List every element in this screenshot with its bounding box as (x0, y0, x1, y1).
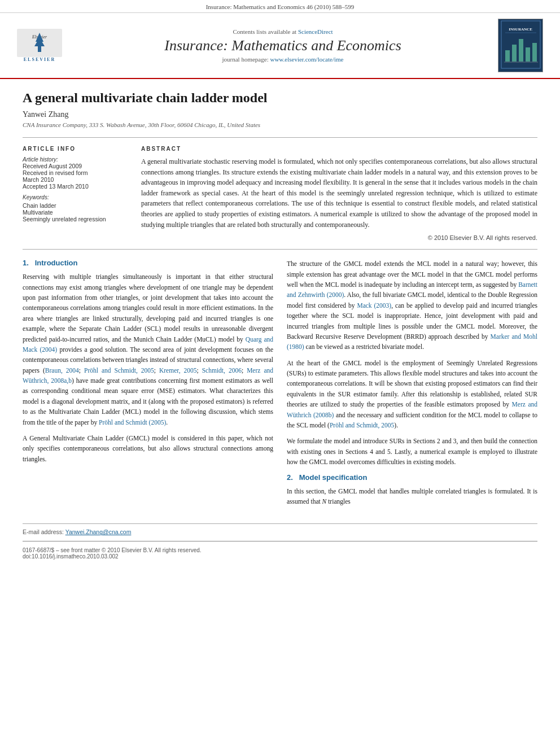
ref-schmidt[interactable]: Schmidt, 2006 (202, 367, 242, 374)
journal-header-center: Contents lists available at ScienceDirec… (68, 28, 498, 63)
svg-rect-11 (512, 45, 517, 62)
footer-rights-1: 0167-6687/$ – see front matter © 2010 El… (23, 547, 537, 553)
keywords-label: Keywords: (23, 194, 124, 200)
svg-rect-10 (505, 50, 510, 62)
revised-date: March 2010 (23, 176, 124, 183)
journal-title: Insurance: Mathematics and Economics (68, 37, 498, 54)
citation-text: Insurance: Mathematics and Economics 46 … (206, 3, 355, 10)
section1-right-para3: We formulate the model and introduce SUR… (287, 436, 537, 467)
sciencedirect-anchor[interactable]: ScienceDirect (298, 28, 333, 35)
keyword-2: Multivariate (23, 209, 124, 216)
received-date: Received August 2009 (23, 163, 124, 169)
ref-prohl-schmidt-2005[interactable]: Pröhl and Schmidt, 2005 (84, 367, 154, 374)
footer-rights-2: doi:10.1016/j.insmatheco.2010.03.002 (23, 553, 537, 560)
homepage-link[interactable]: www.elsevier.com/locate/ime (270, 56, 343, 63)
abstract-heading: ABSTRACT (141, 146, 537, 152)
section2-para1: In this section, the GMCL model that han… (287, 486, 537, 507)
journal-homepage: journal homepage: www.elsevier.com/locat… (68, 56, 498, 63)
elsevier-logo-svg: Elsevier ELSEVIER (14, 26, 65, 65)
abstract-section: ABSTRACT A general multivariate stochast… (141, 146, 537, 241)
svg-text:ELSEVIER: ELSEVIER (24, 57, 55, 62)
col-right: The structure of the GMCL model extends … (287, 259, 537, 512)
email-link[interactable]: Yanwei.Zhang@cna.com (65, 528, 132, 535)
ref-marker-mohl[interactable]: Marker and Mohl (1980) (287, 333, 537, 350)
keywords-group: Keywords: Chain ladder Multivariate Seem… (23, 194, 124, 222)
sciencedirect-link: Contents lists available at ScienceDirec… (68, 28, 498, 35)
cover-text: INSURANCE (500, 19, 542, 72)
ref-mack-2003[interactable]: Mack (2003) (357, 302, 391, 309)
article-history: Article history: Received August 2009 Re… (23, 156, 124, 190)
footer-divider (23, 541, 537, 541)
paper-title: A general multivariate chain ladder mode… (23, 90, 537, 106)
accepted-date: Accepted 13 March 2010 (23, 183, 124, 190)
sd-prefix: Contents lists available at (233, 28, 298, 35)
citation-bar: Insurance: Mathematics and Economics 46 … (0, 0, 560, 13)
ref-quarg-mack[interactable]: Quarg and Mack (2004) (23, 336, 273, 353)
section1-right-para2: At the heart of the GMCL model is the em… (287, 358, 537, 431)
svg-rect-12 (519, 39, 523, 62)
cover-svg: INSURANCE (500, 19, 542, 70)
elsevier-logo: Elsevier ELSEVIER (11, 26, 68, 65)
journal-cover: INSURANCE (498, 19, 549, 72)
keyword-3: Seemingly unrelated regression (23, 216, 124, 222)
author-name: Yanwei Zhang (23, 110, 537, 119)
ref-barnett[interactable]: Barnett and Zehnwirth (2000) (287, 281, 537, 298)
footer-area: E-mail address: Yanwei.Zhang@cna.com 016… (23, 523, 537, 560)
history-label: Article history: (23, 156, 124, 163)
svg-rect-14 (532, 43, 537, 62)
journal-header: Elsevier ELSEVIER Contents lists availab… (0, 13, 560, 79)
article-info: ARTICLE INFO Article history: Received A… (23, 146, 124, 241)
ref-braun[interactable]: Braun, 2004 (45, 367, 79, 374)
section2-number: 2. (287, 473, 293, 482)
journal-cover-image: INSURANCE (498, 19, 543, 72)
hp-prefix: journal homepage: (222, 56, 270, 63)
section1-label: Introduction (35, 259, 78, 267)
section1-right-para1: The structure of the GMCL model extends … (287, 259, 537, 352)
ref-kremer[interactable]: Kremer, 2005 (159, 367, 197, 374)
keyword-1: Chain ladder (23, 202, 124, 209)
body-columns: 1. Introduction Reserving with multiple … (23, 259, 537, 512)
elsevier-logo-area: Elsevier ELSEVIER (11, 26, 68, 65)
svg-rect-4 (38, 46, 41, 52)
received-revised-label: Received in revised form (23, 169, 124, 176)
ref-prohl-schmidt-2005b[interactable]: Pröhl and Schmidt, 2005 (330, 422, 394, 429)
ref-prohl-schmidt[interactable]: Pröhl and Schmidt (2005) (99, 419, 166, 426)
main-content: A general multivariate chain ladder mode… (0, 79, 560, 571)
section1-title: 1. Introduction (23, 259, 273, 267)
section2-label: Model specification (299, 473, 368, 482)
ref-merz-2008b[interactable]: Merz and Wüthrich (2008b) (287, 401, 537, 418)
info-section: ARTICLE INFO Article history: Received A… (23, 137, 537, 250)
col-left: 1. Introduction Reserving with multiple … (23, 259, 273, 512)
svg-text:INSURANCE: INSURANCE (509, 27, 532, 32)
affiliation: CNA Insurance Company, 333 S. Wabash Ave… (23, 121, 537, 128)
abstract-text: A general multivariate stochastic reserv… (141, 156, 537, 230)
svg-rect-13 (526, 47, 530, 62)
article-info-heading: ARTICLE INFO (23, 146, 124, 152)
section1-number: 1. (23, 259, 29, 267)
section2-title: 2. Model specification (287, 473, 537, 482)
email-label: E-mail address: (23, 528, 64, 535)
footnote-email: E-mail address: Yanwei.Zhang@cna.com (23, 528, 537, 535)
section1-para2: A General Multivariate Chain Ladder (GMC… (23, 433, 273, 464)
section1-para1: Reserving with multiple triangles simult… (23, 272, 273, 427)
copyright: © 2010 Elsevier B.V. All rights reserved… (141, 234, 537, 241)
